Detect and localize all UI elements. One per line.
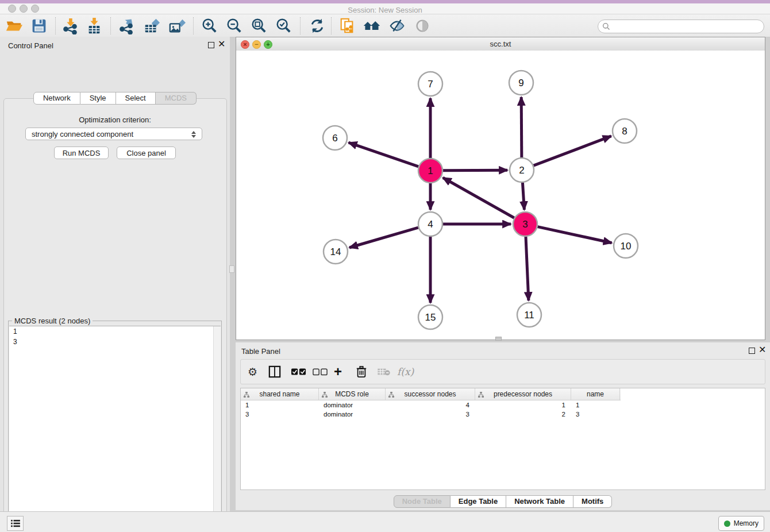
node-table[interactable]: shared nameMCDS rolesuccessor nodesprede… xyxy=(240,388,765,490)
table-header-row[interactable]: shared nameMCDS rolesuccessor nodesprede… xyxy=(241,388,621,400)
add-column-icon[interactable]: + xyxy=(334,363,342,381)
tab-node-table[interactable]: Node Table xyxy=(394,495,451,508)
mcds-result-list[interactable]: 13 xyxy=(9,326,221,532)
import-table-icon[interactable] xyxy=(85,17,103,35)
column-header-shared-name[interactable]: shared name xyxy=(241,388,319,400)
result-list-item[interactable]: 1 xyxy=(9,326,221,337)
tab-network-table[interactable]: Network Table xyxy=(506,495,573,508)
float-table-panel-icon[interactable] xyxy=(749,348,755,354)
node-label-2: 2 xyxy=(519,165,524,176)
tab-mcds[interactable]: MCDS xyxy=(156,92,197,105)
clone-network-icon[interactable] xyxy=(338,17,356,35)
delete-column-icon[interactable] xyxy=(356,363,367,381)
edge-4-14[interactable] xyxy=(349,228,418,248)
table-panel-tabs: Node TableEdge TableNetwork TableMotifs xyxy=(236,495,770,508)
column-hierarchy-icon[interactable] xyxy=(478,391,484,399)
toolbar-separator xyxy=(300,17,301,34)
column-header-name[interactable]: name xyxy=(571,388,620,400)
close-panel-icon[interactable]: ✕ xyxy=(218,39,225,49)
edge-1-2[interactable] xyxy=(443,170,507,171)
table-panel-header: Table Panel ✕ xyxy=(236,342,770,360)
export-image-icon[interactable] xyxy=(168,17,186,35)
export-network-icon[interactable] xyxy=(117,17,136,35)
cell-shared-name[interactable]: 3 xyxy=(241,410,319,419)
optimization-criterion-label: Optimization criterion: xyxy=(0,115,230,124)
hide-selected-eye-icon[interactable] xyxy=(388,17,406,35)
search-icon xyxy=(602,22,611,31)
open-session-icon[interactable] xyxy=(5,17,23,35)
edge-2-8[interactable] xyxy=(534,136,611,165)
cell-successor-nodes[interactable]: 3 xyxy=(386,410,475,419)
node-label-11: 11 xyxy=(524,310,534,321)
run-mcds-button[interactable]: Run MCDS xyxy=(54,147,109,159)
home-icon[interactable] xyxy=(363,17,381,35)
node-label-4: 4 xyxy=(428,219,433,230)
node-label-6: 6 xyxy=(332,133,337,144)
zoom-out-icon[interactable] xyxy=(225,17,243,35)
close-panel-button[interactable]: Close panel xyxy=(117,147,176,159)
tab-motifs[interactable]: Motifs xyxy=(573,495,612,508)
optimization-criterion-select[interactable]: strongly connected component xyxy=(25,128,202,140)
memory-button[interactable]: Memory xyxy=(718,516,764,531)
column-hierarchy-icon[interactable] xyxy=(388,391,394,399)
zoom-in-icon[interactable] xyxy=(200,17,218,35)
status-bar: Memory xyxy=(0,511,770,532)
select-all-checkboxes-icon[interactable] xyxy=(291,363,306,381)
edge-2-9[interactable] xyxy=(521,97,522,157)
node-label-1: 1 xyxy=(428,165,433,176)
tab-style[interactable]: Style xyxy=(80,92,116,105)
toolbar-separator xyxy=(55,17,56,34)
save-session-icon[interactable] xyxy=(30,17,48,35)
close-table-panel-icon[interactable]: ✕ xyxy=(759,345,766,355)
cell-name[interactable]: 3 xyxy=(571,410,620,419)
zoom-fit-icon[interactable] xyxy=(249,17,268,35)
search-input[interactable] xyxy=(598,20,764,33)
network-canvas[interactable]: 7968124314101511 xyxy=(236,51,765,340)
edge-3-1[interactable] xyxy=(443,178,514,218)
float-panel-icon[interactable] xyxy=(208,42,214,48)
column-header-MCDS-role[interactable]: MCDS role xyxy=(319,388,386,400)
deselect-all-checkboxes-icon[interactable] xyxy=(313,363,328,381)
tab-select[interactable]: Select xyxy=(116,92,156,105)
cell-successor-nodes[interactable]: 4 xyxy=(386,400,475,410)
tab-edge-table[interactable]: Edge Table xyxy=(451,495,506,508)
column-header-successor-nodes[interactable]: successor nodes xyxy=(386,388,475,400)
result-scrollbar[interactable] xyxy=(213,326,221,532)
refresh-view-icon[interactable] xyxy=(308,17,326,35)
toolbar-separator xyxy=(331,17,332,34)
column-header-predecessor-nodes[interactable]: predecessor nodes xyxy=(475,388,571,400)
edge-3-10[interactable] xyxy=(537,227,611,243)
table-row[interactable]: 3dominator323 xyxy=(241,410,765,419)
cell-MCDS-role[interactable]: dominator xyxy=(319,400,386,410)
task-history-button[interactable] xyxy=(7,516,24,531)
network-window-titlebar[interactable]: × − + scc.txt xyxy=(236,37,765,51)
network-view-window: × − + scc.txt 7968124314101511 xyxy=(236,37,765,340)
edge-1-6[interactable] xyxy=(349,142,419,167)
network-resize-grip[interactable] xyxy=(495,337,502,341)
table-options-gear-icon[interactable]: ⚙ xyxy=(248,363,257,381)
select-value: strongly connected component xyxy=(32,130,133,138)
cell-predecessor-nodes[interactable]: 2 xyxy=(475,410,571,419)
cell-predecessor-nodes[interactable]: 1 xyxy=(475,400,571,410)
select-stepper-icon xyxy=(191,130,197,139)
control-panel-header: Control Panel ✕ xyxy=(0,37,230,54)
cell-name[interactable]: 1 xyxy=(571,400,620,410)
main-toolbar xyxy=(0,14,770,37)
zoom-selected-icon[interactable] xyxy=(274,17,292,35)
column-layout-icon[interactable] xyxy=(268,363,281,381)
edge-3-11[interactable] xyxy=(526,237,529,300)
export-table-icon[interactable] xyxy=(143,17,161,35)
edge-2-3[interactable] xyxy=(522,183,524,210)
table-row[interactable]: 1dominator411 xyxy=(241,400,765,410)
tab-network[interactable]: Network xyxy=(33,92,80,105)
column-hierarchy-icon[interactable] xyxy=(322,391,328,399)
control-panel: Control Panel ✕ NetworkStyleSelectMCDS O… xyxy=(0,37,230,511)
table-panel-title: Table Panel xyxy=(241,347,280,356)
cell-MCDS-role[interactable]: dominator xyxy=(319,410,386,419)
import-network-icon[interactable] xyxy=(61,17,79,35)
function-builder-icon: f(x) xyxy=(397,363,414,381)
result-list-item[interactable]: 3 xyxy=(9,337,221,347)
cell-shared-name[interactable]: 1 xyxy=(241,400,319,410)
column-hierarchy-icon[interactable] xyxy=(244,391,249,399)
splitter-handle[interactable] xyxy=(229,265,234,273)
